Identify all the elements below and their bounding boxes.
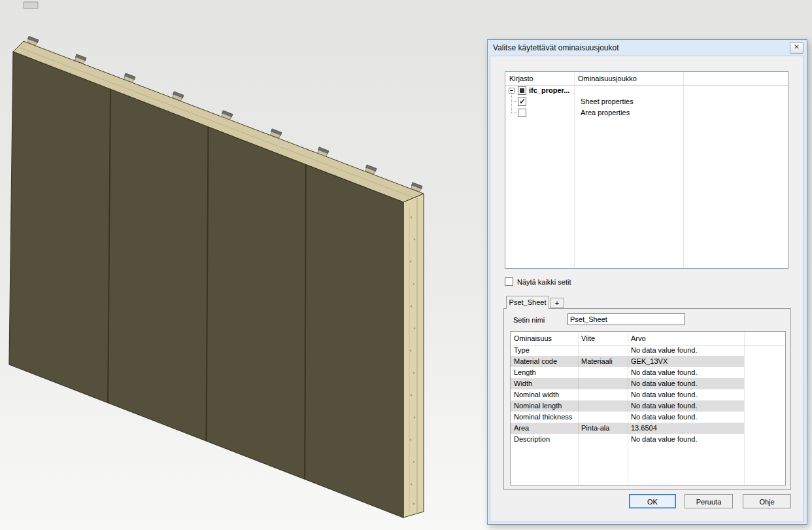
property-cell-value: 13.6504 bbox=[628, 423, 744, 434]
property-cell-name: Length bbox=[511, 367, 578, 378]
property-cell-value: No data value found. bbox=[628, 434, 744, 445]
property-cell-value: No data value found. bbox=[628, 367, 744, 378]
column-header-ominaisuusjoukko: Ominaisuusjoukko bbox=[578, 72, 637, 85]
property-cell-ref bbox=[578, 345, 628, 356]
collapse-icon[interactable] bbox=[509, 88, 515, 94]
property-cell-ref bbox=[578, 367, 628, 378]
pset-sheet-pane: Setin nimi Ominaisuus Viite Arvo TypeNo … bbox=[503, 308, 791, 490]
dialog-content: Kirjasto Ominaisuusjoukko ifc_proper... … bbox=[490, 56, 804, 522]
dialog-titlebar[interactable]: Valitse käytettävät ominaisuusjoukot ✕ bbox=[488, 40, 807, 56]
property-cell-extra bbox=[744, 423, 785, 434]
panel-end-face bbox=[403, 194, 424, 518]
property-cell-value: No data value found. bbox=[628, 345, 744, 356]
cancel-button[interactable]: Peruuta bbox=[685, 494, 733, 508]
tree-row-root[interactable]: ifc_proper... bbox=[505, 85, 788, 96]
column-header-viite: Viite bbox=[581, 332, 595, 345]
property-cell-ref bbox=[578, 412, 628, 423]
library-list-header: Kirjasto Ominaisuusjoukko bbox=[505, 72, 788, 86]
tree-row-sheet-properties[interactable]: Sheet properties bbox=[505, 96, 788, 107]
property-cell-value: No data value found. bbox=[628, 400, 744, 412]
close-icon: ✕ bbox=[794, 43, 799, 50]
column-divider bbox=[628, 332, 628, 485]
property-cell-name: Nominal thickness bbox=[511, 412, 578, 423]
property-cell-extra bbox=[744, 378, 785, 389]
property-cell-name: Nominal width bbox=[511, 389, 578, 400]
property-cell-ref bbox=[578, 389, 628, 400]
sheet-properties-label: Sheet properties bbox=[581, 96, 634, 107]
property-cell-name: Description bbox=[511, 434, 578, 445]
library-root-label: ifc_proper... bbox=[529, 85, 569, 96]
property-cell-ref bbox=[578, 434, 628, 445]
add-tab-icon: + bbox=[555, 299, 559, 307]
column-header-ominaisuus: Ominaisuus bbox=[514, 332, 552, 345]
property-cell-extra bbox=[744, 434, 785, 445]
set-name-input[interactable] bbox=[567, 313, 685, 325]
wall-panel bbox=[9, 36, 424, 518]
tab-label: Pset_Sheet bbox=[509, 298, 547, 306]
tab-pset-sheet[interactable]: Pset_Sheet bbox=[506, 296, 549, 309]
property-cell-extra bbox=[744, 400, 785, 412]
property-cell-name: Nominal length bbox=[511, 400, 578, 412]
property-cell-extra bbox=[744, 389, 785, 400]
property-cell-extra bbox=[744, 367, 785, 378]
sheet-properties-checkbox[interactable] bbox=[518, 97, 526, 106]
property-cell-name: Material code bbox=[511, 356, 578, 367]
property-cell-value: GEK_13VX bbox=[628, 356, 744, 367]
ui-artifact bbox=[24, 2, 38, 9]
root-checkbox[interactable] bbox=[518, 86, 526, 95]
show-all-sets-option[interactable]: Näytä kaikki setit bbox=[505, 277, 571, 286]
property-sets-dialog: Valitse käytettävät ominaisuusjoukot ✕ K… bbox=[487, 39, 807, 525]
property-cell-extra bbox=[744, 412, 785, 423]
tab-add-new[interactable]: + bbox=[550, 298, 564, 308]
help-button[interactable]: Ohje bbox=[743, 494, 791, 508]
property-cell-value: No data value found. bbox=[628, 412, 744, 423]
area-properties-checkbox[interactable] bbox=[518, 109, 526, 117]
set-name-label: Setin nimi bbox=[513, 316, 545, 324]
property-cell-ref: Pinta-ala bbox=[578, 423, 628, 434]
property-cell-name: Width bbox=[511, 378, 578, 389]
property-cell-name: Area bbox=[511, 423, 578, 434]
show-all-sets-checkbox[interactable] bbox=[505, 277, 513, 286]
property-cell-ref bbox=[578, 400, 628, 412]
property-cell-ref: Materiaali bbox=[578, 356, 628, 367]
viewport-3d[interactable] bbox=[0, 0, 487, 530]
column-divider bbox=[744, 332, 745, 485]
column-header-arvo: Arvo bbox=[631, 332, 646, 345]
application-window: Valitse käytettävät ominaisuusjoukot ✕ K… bbox=[0, 0, 812, 530]
close-button[interactable]: ✕ bbox=[790, 42, 804, 54]
property-cell-ref bbox=[578, 378, 628, 389]
area-properties-label: Area properties bbox=[581, 107, 630, 118]
property-cell-extra bbox=[744, 345, 785, 356]
column-header-kirjasto: Kirjasto bbox=[509, 72, 533, 85]
tree-row-area-properties[interactable]: Area properties bbox=[505, 107, 788, 118]
show-all-sets-label: Näytä kaikki setit bbox=[517, 278, 571, 286]
dialog-title: Valitse käytettävät ominaisuusjoukot bbox=[493, 43, 790, 52]
properties-table[interactable]: Ominaisuus Viite Arvo TypeNo data value … bbox=[510, 331, 786, 486]
library-list[interactable]: Kirjasto Ominaisuusjoukko ifc_proper... … bbox=[505, 71, 788, 269]
property-cell-value: No data value found. bbox=[628, 389, 744, 400]
property-cell-value: No data value found. bbox=[628, 378, 744, 389]
column-divider bbox=[578, 332, 579, 485]
property-cell-name: Type bbox=[511, 345, 578, 356]
ok-button[interactable]: OK bbox=[629, 494, 676, 508]
property-cell-extra bbox=[744, 356, 785, 367]
